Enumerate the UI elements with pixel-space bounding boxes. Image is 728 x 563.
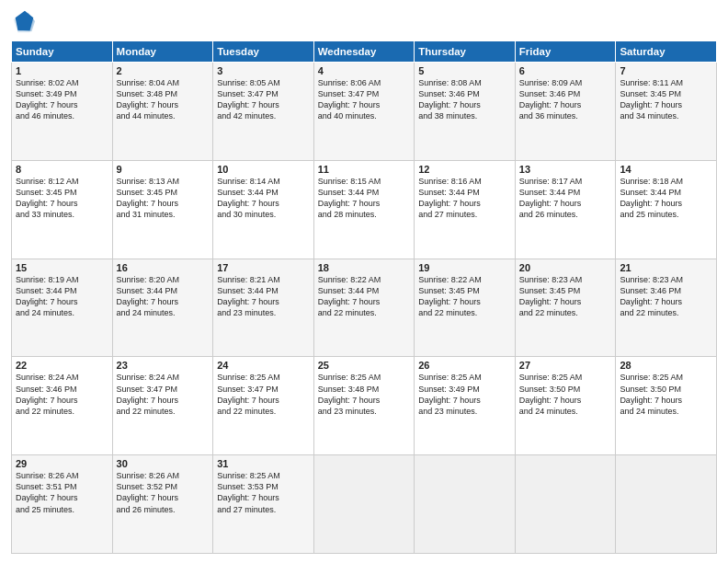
calendar-cell: 19Sunrise: 8:22 AMSunset: 3:45 PMDayligh… [415,259,516,357]
cell-info-line: Sunrise: 8:20 AM [117,274,210,285]
day-number: 14 [620,164,712,175]
cell-info-line: Sunrise: 8:25 AM [318,372,411,383]
calendar-cell: 15Sunrise: 8:19 AMSunset: 3:44 PMDayligh… [12,259,113,357]
calendar-cell: 22Sunrise: 8:24 AMSunset: 3:46 PMDayligh… [12,357,113,455]
cell-info-line: and 22 minutes. [620,307,712,318]
cell-info-line: Sunrise: 8:25 AM [620,372,712,383]
day-number: 23 [117,360,210,371]
cell-info-line: Sunset: 3:47 PM [217,384,310,395]
cell-info-line: and 34 minutes. [620,110,712,121]
logo [11,9,40,35]
cell-info-line: Daylight: 7 hours [519,395,612,406]
cell-info-line: Daylight: 7 hours [620,99,712,110]
cell-info-line: Sunrise: 8:22 AM [418,274,511,285]
logo-icon [11,9,37,35]
cell-info-line: Sunset: 3:50 PM [519,384,612,395]
calendar-cell: 3Sunrise: 8:05 AMSunset: 3:47 PMDaylight… [213,63,314,161]
cell-info-line: Sunrise: 8:26 AM [16,470,108,481]
day-number: 11 [318,164,411,175]
day-number: 13 [519,164,612,175]
cell-info-line: and 25 minutes. [16,504,108,515]
cell-info-line: Daylight: 7 hours [16,198,108,209]
day-number: 18 [318,262,411,273]
cell-info-line: and 22 minutes. [117,406,210,417]
header [11,9,717,35]
cell-info-line: Sunrise: 8:17 AM [519,176,612,187]
cell-info-line: Sunset: 3:45 PM [16,187,108,198]
calendar-cell: 14Sunrise: 8:18 AMSunset: 3:44 PMDayligh… [616,160,717,259]
cell-info-line: Daylight: 7 hours [117,492,210,503]
cell-info-line: Sunrise: 8:02 AM [16,77,108,88]
cell-info-line: Sunset: 3:45 PM [117,187,210,198]
calendar-week-row: 15Sunrise: 8:19 AMSunset: 3:44 PMDayligh… [12,259,717,357]
weekday-header-cell: Monday [112,41,213,63]
weekday-header-cell: Saturday [616,41,717,63]
cell-info-line: Daylight: 7 hours [620,198,712,209]
calendar-cell: 7Sunrise: 8:11 AMSunset: 3:45 PMDaylight… [616,63,717,161]
calendar-week-row: 22Sunrise: 8:24 AMSunset: 3:46 PMDayligh… [12,357,717,455]
cell-info-line: and 27 minutes. [217,504,310,515]
cell-info-line: Sunset: 3:44 PM [217,285,310,296]
calendar-cell: 10Sunrise: 8:14 AMSunset: 3:44 PMDayligh… [213,160,314,259]
cell-info-line: and 33 minutes. [16,209,108,220]
day-number: 5 [418,65,511,76]
cell-info-line: Daylight: 7 hours [16,395,108,406]
cell-info-line: Sunset: 3:45 PM [620,88,712,99]
cell-info-line: and 30 minutes. [217,209,310,220]
calendar-cell: 25Sunrise: 8:25 AMSunset: 3:48 PMDayligh… [313,357,415,455]
day-number: 4 [318,65,411,76]
day-number: 6 [519,65,612,76]
calendar-cell: 4Sunrise: 8:06 AMSunset: 3:47 PMDaylight… [313,63,415,161]
cell-info-line: Sunrise: 8:25 AM [519,372,612,383]
cell-info-line: Sunrise: 8:25 AM [418,372,511,383]
cell-info-line: and 42 minutes. [217,110,310,121]
cell-info-line: Daylight: 7 hours [117,395,210,406]
calendar-cell: 9Sunrise: 8:13 AMSunset: 3:45 PMDaylight… [112,160,213,259]
cell-info-line: Sunrise: 8:09 AM [519,77,612,88]
cell-info-line: Sunset: 3:44 PM [117,285,210,296]
day-number: 19 [418,262,511,273]
cell-info-line: Sunset: 3:50 PM [620,384,712,395]
cell-info-line: Sunrise: 8:15 AM [318,176,411,187]
cell-info-line: Sunset: 3:44 PM [318,187,411,198]
day-number: 22 [16,360,108,371]
cell-info-line: Sunrise: 8:16 AM [418,176,511,187]
cell-info-line: Sunrise: 8:13 AM [117,176,210,187]
cell-info-line: Sunset: 3:46 PM [620,285,712,296]
day-number: 24 [217,360,310,371]
weekday-header-cell: Sunday [12,41,113,63]
day-number: 27 [519,360,612,371]
cell-info-line: Sunrise: 8:11 AM [620,77,712,88]
cell-info-line: Sunset: 3:52 PM [117,481,210,492]
calendar-week-row: 1Sunrise: 8:02 AMSunset: 3:49 PMDaylight… [12,63,717,161]
calendar-cell: 16Sunrise: 8:20 AMSunset: 3:44 PMDayligh… [112,259,213,357]
day-number: 30 [117,458,210,469]
page: SundayMondayTuesdayWednesdayThursdayFrid… [0,0,728,563]
cell-info-line: Sunset: 3:44 PM [418,187,511,198]
cell-info-line: Daylight: 7 hours [418,198,511,209]
day-number: 21 [620,262,712,273]
cell-info-line: Sunset: 3:51 PM [16,481,108,492]
calendar-cell [616,455,717,554]
cell-info-line: Sunrise: 8:23 AM [519,274,612,285]
weekday-header-row: SundayMondayTuesdayWednesdayThursdayFrid… [12,41,717,63]
cell-info-line: Sunrise: 8:26 AM [117,470,210,481]
cell-info-line: Sunset: 3:47 PM [217,88,310,99]
cell-info-line: Sunset: 3:53 PM [217,481,310,492]
day-number: 17 [217,262,310,273]
calendar-cell: 31Sunrise: 8:25 AMSunset: 3:53 PMDayligh… [213,455,314,554]
day-number: 3 [217,65,310,76]
cell-info-line: Daylight: 7 hours [217,296,310,307]
cell-info-line: Sunset: 3:44 PM [318,285,411,296]
cell-info-line: Sunset: 3:44 PM [620,187,712,198]
cell-info-line: Sunset: 3:44 PM [16,285,108,296]
calendar-cell: 17Sunrise: 8:21 AMSunset: 3:44 PMDayligh… [213,259,314,357]
calendar-cell: 26Sunrise: 8:25 AMSunset: 3:49 PMDayligh… [415,357,516,455]
day-number: 7 [620,65,712,76]
cell-info-line: Daylight: 7 hours [16,99,108,110]
weekday-header-cell: Tuesday [213,41,314,63]
cell-info-line: Sunrise: 8:14 AM [217,176,310,187]
weekday-header-cell: Friday [515,41,616,63]
cell-info-line: Sunset: 3:46 PM [519,88,612,99]
calendar-cell: 21Sunrise: 8:23 AMSunset: 3:46 PMDayligh… [616,259,717,357]
